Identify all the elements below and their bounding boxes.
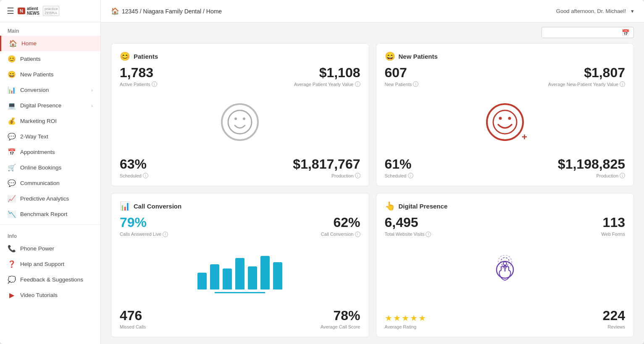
sidebar-item-appointments[interactable]: 📅 Appointments <box>0 144 100 160</box>
call-conversion-card-icon: 📊 <box>120 201 130 211</box>
new-patients-card-title: New Patients <box>399 53 438 60</box>
patients-top-stats: 1,783 Active Patients i $1,108 Average P… <box>120 65 360 87</box>
website-visits-stat: 6,495 Total Website Visits i <box>385 215 431 237</box>
new-avg-yearly-label: Average New-Patient Yearly Value i <box>548 81 625 87</box>
scheduled-stat: 63% Scheduled i <box>120 157 148 178</box>
date-input-row: 📅 <box>101 23 644 38</box>
sidebar-item-home[interactable]: 🏠 Home <box>0 36 100 51</box>
production-stat: $1,817,767 Production i <box>293 157 360 178</box>
avg-yearly-info-icon[interactable]: i <box>355 81 360 87</box>
topbar: 🏠 12345 / Niagara Family Dental / Home G… <box>101 0 644 23</box>
avg-rating-text: Average Rating <box>385 324 427 329</box>
sidebar-item-benchmark-report[interactable]: 📉 Benchmark Report <box>0 206 100 222</box>
scheduled-info-icon[interactable]: i <box>143 173 148 178</box>
hand-icon-wrap <box>490 255 520 290</box>
avg-yearly-label: Average Patient Yearly Value i <box>294 81 360 87</box>
patients-smiley-area <box>120 87 360 157</box>
patients-smiley-icon <box>221 103 259 141</box>
call-conversion-rate-stat: 62% Call Conversion i <box>321 215 360 237</box>
new-patients-count-info-icon[interactable]: i <box>413 81 418 87</box>
patients-card-title: Patients <box>134 53 158 60</box>
sidebar-item-feedback[interactable]: 💭 Feedback & Suggestions <box>0 272 100 287</box>
sidebar-item-2way-text[interactable]: 💬 2-Way Text <box>0 129 100 144</box>
website-visits-info-icon[interactable]: i <box>426 232 431 237</box>
sidebar-item-patients[interactable]: 😊 Patients <box>0 51 100 67</box>
calls-answered-info-icon[interactable]: i <box>163 232 168 237</box>
active-patients-label: Active Patients i <box>120 81 157 87</box>
reviews-value: 224 <box>603 308 625 323</box>
calls-answered-label: Calls Answered Live i <box>120 232 168 237</box>
call-conversion-card: 📊 Call Conversion 79% Calls Answered Liv… <box>111 193 369 337</box>
sidebar-item-online-bookings[interactable]: 🛒 Online Bookings <box>0 160 100 175</box>
active-patients-info-icon[interactable]: i <box>152 81 157 87</box>
new-patients-icon: 😄 <box>8 70 16 78</box>
bar-6 <box>260 256 270 289</box>
greeting-chevron-icon[interactable]: ▾ <box>631 8 634 14</box>
sidebar-label-new-patients: New Patients <box>20 71 93 78</box>
sidebar-item-conversion[interactable]: 📊 Conversion › <box>0 82 100 98</box>
sidebar-item-video-tutorials[interactable]: ▶ Video Tutorials <box>0 287 100 303</box>
active-patients-value: 1,783 <box>120 65 157 80</box>
sidebar: ☰ N atientNEWS practiceZEBRA Main 🏠 Home… <box>0 0 101 344</box>
new-scheduled-info-icon[interactable]: i <box>408 173 413 178</box>
sidebar-item-help-support[interactable]: ❓ Help and Support <box>0 256 100 272</box>
sidebar-label-appointments: Appointments <box>20 149 93 155</box>
calls-answered-value: 79% <box>120 215 168 230</box>
home-icon: 🏠 <box>9 39 17 47</box>
sidebar-label-2way-text: 2-Way Text <box>20 133 93 140</box>
bar-chart-area <box>120 237 360 308</box>
smiley-plus-icon: + <box>522 132 527 143</box>
sidebar-item-new-patients[interactable]: 😄 New Patients <box>0 67 100 82</box>
call-conversion-rate-info-icon[interactable]: i <box>355 232 360 237</box>
hamburger-icon[interactable]: ☰ <box>7 6 14 16</box>
web-forms-value: 113 <box>601 215 625 230</box>
sidebar-item-phone-power[interactable]: 📞 Phone Power <box>0 241 100 256</box>
digital-presence-icon: 💻 <box>8 102 16 109</box>
sidebar-label-predictive-analytics: Predictive Analytics <box>20 195 93 202</box>
new-patients-count-stat: 607 New Patients i <box>385 65 419 87</box>
call-conversion-card-header: 📊 Call Conversion <box>120 201 360 211</box>
bar-3 <box>223 268 232 289</box>
logo-pz: practiceZEBRA <box>43 6 60 16</box>
avg-rating-stars: ★★★★★ <box>385 313 427 323</box>
new-patients-card: 😄 New Patients 607 New Patients i $1,807 <box>376 43 634 186</box>
sidebar-label-help-support: Help and Support <box>20 261 93 267</box>
calls-answered-stat: 79% Calls Answered Live i <box>120 215 168 237</box>
breadcrumb: 🏠 12345 / Niagara Family Dental / Home <box>111 7 222 15</box>
production-info-icon[interactable]: i <box>355 173 360 178</box>
svg-point-2 <box>243 117 245 120</box>
new-avg-yearly-info-icon[interactable]: i <box>620 81 625 87</box>
digital-presence-bottom-stats: ★★★★★ Average Rating 224 Reviews <box>385 308 626 329</box>
sidebar-label-benchmark-report: Benchmark Report <box>20 211 93 217</box>
digital-presence-top-stats: 6,495 Total Website Visits i 113 Web For… <box>385 215 626 237</box>
online-bookings-icon: 🛒 <box>8 164 16 172</box>
logo-n: N <box>18 8 25 14</box>
hand-touch-icon <box>490 255 520 289</box>
marketing-roi-icon: 💰 <box>8 117 16 125</box>
benchmark-report-icon: 📉 <box>8 210 16 218</box>
new-avg-yearly-value: $1,807 <box>548 65 625 80</box>
patients-icon: 😊 <box>8 55 16 63</box>
patients-card-header: 😊 Patients <box>120 51 360 61</box>
new-production-info-icon[interactable]: i <box>620 173 625 178</box>
digital-presence-card-title: Digital Presence <box>399 203 448 210</box>
new-production-value: $1,198,825 <box>558 157 625 172</box>
sidebar-label-feedback: Feedback & Suggestions <box>20 276 93 283</box>
sidebar-item-marketing-roi[interactable]: 💰 Marketing ROI <box>0 113 100 129</box>
greeting-text: Good afternoon, Dr. Michael! <box>556 8 626 14</box>
new-scheduled-stat: 61% Scheduled i <box>385 157 413 178</box>
sidebar-item-communication[interactable]: 💬 Communication <box>0 175 100 191</box>
bar-chart <box>197 252 282 292</box>
avg-call-score-value: 78% <box>321 308 360 323</box>
scheduled-label: Scheduled i <box>120 173 148 178</box>
sidebar-item-digital-presence[interactable]: 💻 Digital Presence › <box>0 98 100 113</box>
sidebar-label-phone-power: Phone Power <box>20 245 93 252</box>
sidebar-label-communication: Communication <box>20 180 93 186</box>
new-patients-smiley-icon <box>486 103 524 141</box>
chevron-right-icon: › <box>91 88 93 93</box>
sidebar-header: ☰ N atientNEWS practiceZEBRA <box>0 0 100 22</box>
sidebar-item-predictive-analytics[interactable]: 📈 Predictive Analytics <box>0 191 100 206</box>
date-range-input[interactable] <box>541 27 634 38</box>
digital-presence-card-header: 👆 Digital Presence <box>385 201 626 211</box>
new-patients-count-label: New Patients i <box>385 81 419 87</box>
